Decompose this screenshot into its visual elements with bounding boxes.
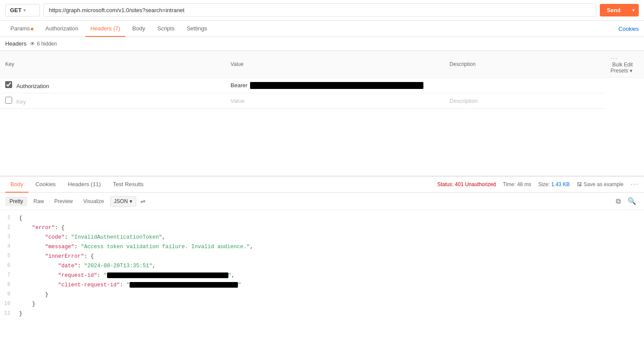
send-button[interactable]: Send ▾ [600,4,639,16]
url-input[interactable] [43,3,596,17]
format-preview-button[interactable]: Preview [50,197,77,206]
tab-settings[interactable]: Settings [182,21,212,37]
format-json-label: JSON [114,198,128,204]
url-bar: GET ▾ Send ▾ [0,0,644,21]
response-tab-test-results[interactable]: Test Results [107,177,149,193]
headers-section: Headers 👁 6 hidden [0,37,644,51]
json-line-1: 1 { [0,213,644,223]
line-num-2: 2 [0,223,17,232]
response-tab-cookies[interactable]: Cookies [30,177,61,193]
hidden-headers-toggle[interactable]: 👁 6 hidden [30,41,57,47]
tab-authorization-label: Authorization [46,25,78,32]
table-row-empty: Key Value Description [0,93,644,109]
line-num-8: 8 [0,281,17,289]
json-line-7: 7 "request-id": "", [0,271,644,280]
search-response-button[interactable]: 🔍 [625,195,639,207]
json-line-8: 8 "client-request-id": "" [0,280,644,290]
response-size: Size: 1.43 KB [538,181,570,187]
eye-icon: 👁 [30,41,35,47]
table-row: Authorization Bearer [0,78,644,93]
format-raw-button[interactable]: Raw [29,197,48,206]
row-checkbox-cell: Authorization [0,78,225,93]
more-options-icon[interactable]: ··· [611,55,618,62]
tab-headers[interactable]: Headers (7) [85,21,126,37]
tab-params-label: Params [10,25,30,32]
save-as-example-button[interactable]: 🖫 Save as example [577,181,624,187]
json-content-11: } [17,309,644,318]
line-num-9: 9 [0,290,17,299]
json-content-6: "date": "2024-08-20T13:35:51", [17,262,644,270]
format-json-select[interactable]: JSON ▾ [110,196,136,207]
tab-params[interactable]: Params [5,21,39,37]
json-line-9: 9 } [0,290,644,299]
empty-key-placeholder[interactable]: Key [16,98,26,105]
tab-body[interactable]: Body [127,21,150,37]
json-content-7: "request-id": "", [17,271,644,280]
presets-button[interactable]: Presets ▾ [611,68,632,74]
line-num-5: 5 [0,252,17,261]
response-section: Body Cookies Headers (11) Test Results S… [0,176,644,322]
json-line-10: 10 } [0,299,644,309]
json-line-4: 4 "message": "Access token validation fa… [0,242,644,252]
json-content-5: "innerError": { [17,252,644,261]
tab-scripts-label: Scripts [157,25,175,32]
headers-table: Key Value Description ··· Bulk Edit Pres… [0,51,644,109]
send-chevron-icon[interactable]: ▾ [628,8,639,13]
status-badge: Status: 401 Unauthorized [437,181,496,187]
empty-desc-cell[interactable]: Description [444,93,605,109]
format-json-chevron-icon: ▾ [130,198,132,204]
response-tab-body[interactable]: Body [5,177,29,193]
presets-chevron-icon: ▾ [630,68,632,74]
request-tabs: Params Authorization Headers (7) Body Sc… [0,21,644,37]
row-desc-cell[interactable] [444,78,605,93]
tab-body-label: Body [132,25,145,32]
auth-token-redacted [250,82,423,89]
json-content-10: } [17,300,644,308]
line-num-10: 10 [0,300,17,308]
col-header-key: Key [0,51,225,78]
response-tab-cookies-label: Cookies [36,181,56,187]
json-content-3: "code": "InvalidAuthenticationToken", [17,233,644,242]
response-tab-headers-label: Headers (11) [68,181,101,187]
line-num-3: 3 [0,233,17,242]
cookies-link[interactable]: Cookies [618,26,639,32]
method-dropdown[interactable]: GET ▾ [5,4,40,16]
json-viewer: 1 { 2 "error": { 3 "code": "InvalidAuthe… [0,210,644,322]
response-meta: Status: 401 Unauthorized Time: 48 ms Siz… [437,180,639,188]
json-content-2: "error": { [17,223,644,232]
json-line-11: 11 } [0,309,644,318]
response-tab-headers[interactable]: Headers (11) [63,177,106,193]
line-num-6: 6 [0,262,17,270]
empty-row-checkbox[interactable] [5,97,12,104]
empty-value-cell[interactable]: Value [225,93,444,109]
format-visualize-button[interactable]: Visualize [79,197,108,206]
request-upper-area: Headers 👁 6 hidden Key Value Description… [0,37,644,176]
tab-headers-label: Headers (7) [91,25,120,32]
response-time: Time: 48 ms [503,181,531,187]
bearer-value-container: Bearer [231,82,439,89]
empty-desc-placeholder: Description [449,98,478,104]
bulk-edit-button[interactable]: Bulk Edit [611,62,634,68]
col-header-description: Description [444,51,605,78]
wrap-icon[interactable]: ⇌ [138,196,148,207]
response-more-options[interactable]: ··· [631,180,639,188]
copy-button[interactable]: ⧉ [613,196,623,207]
tab-scripts[interactable]: Scripts [152,21,180,37]
json-content-9: } [17,290,644,299]
format-pretty-button[interactable]: Pretty [5,197,27,206]
json-content-8: "client-request-id": "" [17,281,644,289]
hidden-count: 6 hidden [37,41,57,47]
json-line-3: 3 "code": "InvalidAuthenticationToken", [0,233,644,242]
col-header-value: Value [225,51,444,78]
row-checkbox[interactable] [5,81,12,88]
line-num-4: 4 [0,243,17,251]
row-key[interactable]: Authorization [16,83,49,89]
json-line-5: 5 "innerError": { [0,252,644,261]
json-content-4: "message": "Access token validation fail… [17,243,644,251]
send-label: Send [600,7,628,13]
response-tab-body-label: Body [10,181,23,187]
tab-authorization[interactable]: Authorization [40,21,84,37]
empty-value-placeholder: Value [231,98,244,104]
save-example-label: Save as example [584,181,624,187]
headers-label: Headers [5,40,26,47]
